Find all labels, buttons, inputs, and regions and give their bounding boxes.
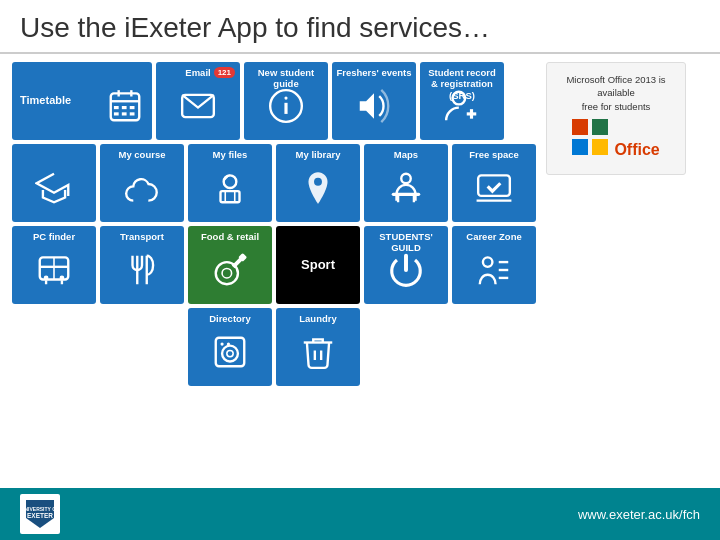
svg-point-13: [284, 97, 287, 100]
exeter-logo: UNIVERSITY OF EXETER: [20, 494, 60, 534]
tile-laundry[interactable]: Directory: [188, 308, 272, 386]
tiles-grid: Timetable Email 121: [12, 62, 536, 386]
svg-rect-49: [592, 119, 608, 135]
power-icon: [387, 251, 425, 289]
tile-my-library[interactable]: My files: [188, 144, 272, 222]
tile-bin-days-label: Laundry: [280, 313, 356, 324]
svg-text:EXETER: EXETER: [27, 512, 53, 519]
svg-point-30: [60, 276, 65, 281]
info-icon: [267, 87, 305, 125]
svg-rect-50: [572, 139, 588, 155]
office-text: Office: [614, 141, 659, 158]
tile-laundry-label: Directory: [192, 313, 268, 324]
row-3: PC finder Transport: [12, 226, 536, 304]
tile-my-course[interactable]: [12, 144, 96, 222]
row-2: My course My files My library: [12, 144, 536, 222]
svg-rect-24: [478, 175, 510, 196]
svg-point-46: [221, 343, 224, 346]
sidebar: Microsoft Office 2013 is available free …: [546, 62, 686, 386]
reader-icon: [211, 169, 249, 207]
svg-point-45: [227, 350, 233, 356]
main-content: Timetable Email 121: [0, 62, 720, 386]
tile-transport-label: PC finder: [16, 231, 92, 242]
office-logo-svg: [572, 119, 608, 155]
tile-free-space-label: Maps: [368, 149, 444, 160]
tile-student-record-label: Student record & registration (SRS): [424, 67, 500, 101]
svg-point-20: [401, 174, 411, 184]
email-badge: 121: [214, 67, 235, 78]
tile-sport-label: Food & retail: [192, 231, 268, 242]
row-4: Directory Laundry: [188, 308, 536, 386]
footer-url: www.exeter.ac.uk/fch: [578, 507, 700, 522]
svg-rect-6: [130, 106, 135, 109]
tile-new-student-guide-label: New student guide: [248, 67, 324, 90]
tile-food-retail[interactable]: Transport: [100, 226, 184, 304]
tile-bin-days[interactable]: Laundry: [276, 308, 360, 386]
tile-maps[interactable]: My library: [276, 144, 360, 222]
svg-rect-51: [592, 139, 608, 155]
tile-maps-label: My library: [280, 149, 356, 160]
tile-directory[interactable]: Career Zone: [452, 226, 536, 304]
ms-office-box: Microsoft Office 2013 is available free …: [546, 62, 686, 175]
svg-rect-4: [114, 106, 119, 109]
tennis-icon: [211, 251, 249, 289]
svg-rect-9: [130, 112, 135, 115]
tile-students-guild-label: Sport: [301, 257, 335, 273]
tile-my-library-label: My files: [192, 149, 268, 160]
svg-rect-8: [122, 112, 127, 115]
svg-rect-21: [392, 193, 421, 196]
svg-point-47: [227, 343, 230, 346]
exeter-shield-icon: UNIVERSITY OF EXETER: [21, 495, 59, 533]
svg-rect-18: [221, 191, 240, 202]
tile-sport[interactable]: Food & retail: [188, 226, 272, 304]
page-title: Use the iExeter App to find services…: [0, 0, 720, 54]
laptop-check-icon: [475, 169, 513, 207]
tile-my-files[interactable]: My course: [100, 144, 184, 222]
svg-rect-48: [572, 119, 588, 135]
cloud-icon: [123, 169, 161, 207]
tile-food-retail-label: Transport: [104, 231, 180, 242]
tile-career-zone-label: STUDENTS' GUILD: [368, 231, 444, 254]
washer-icon: [211, 333, 249, 371]
tile-email[interactable]: Email 121: [156, 62, 240, 140]
tile-directory-label: Career Zone: [456, 231, 532, 242]
tile-timetable-label: Timetable: [20, 94, 71, 107]
trash-icon: [299, 333, 337, 371]
ms-office-text-line2: free for students: [582, 101, 651, 112]
bus-icon: [35, 251, 73, 289]
desk-icon: [387, 169, 425, 207]
svg-point-39: [483, 257, 493, 267]
tile-my-files-label: My course: [104, 149, 180, 160]
megaphone-icon: [355, 87, 393, 125]
tile-free-space[interactable]: Maps: [364, 144, 448, 222]
graduation-icon: [35, 169, 73, 207]
row-1: Timetable Email 121: [12, 62, 536, 140]
svg-rect-7: [114, 112, 119, 115]
calendar-icon: [106, 87, 144, 125]
office-logo: Office: [557, 119, 675, 164]
svg-point-19: [314, 178, 322, 186]
footer-bar: UNIVERSITY OF EXETER www.exeter.ac.uk/fc…: [0, 488, 720, 540]
tile-students-guild[interactable]: Sport: [276, 226, 360, 304]
tile-pc-finder-label: Free space: [456, 149, 532, 160]
svg-rect-5: [122, 106, 127, 109]
fork-knife-icon: [123, 251, 161, 289]
tile-freshers-events-label: Freshers' events: [336, 67, 412, 78]
map-pin-icon: [299, 169, 337, 207]
svg-point-36: [222, 268, 232, 278]
svg-point-44: [222, 346, 238, 362]
tile-transport[interactable]: PC finder: [12, 226, 96, 304]
exeter-logo-icon: UNIVERSITY OF EXETER: [20, 494, 60, 534]
tile-pc-finder[interactable]: Free space: [452, 144, 536, 222]
tile-timetable[interactable]: Timetable: [12, 62, 152, 140]
tile-freshers-events[interactable]: Freshers' events: [332, 62, 416, 140]
tile-student-record[interactable]: Student record & registration (SRS): [420, 62, 504, 140]
tile-new-student-guide[interactable]: New student guide: [244, 62, 328, 140]
tile-career-zone[interactable]: STUDENTS' GUILD: [364, 226, 448, 304]
svg-point-29: [44, 276, 49, 281]
email-icon: [179, 87, 217, 125]
person-list-icon: [475, 251, 513, 289]
ms-office-text-line1: Microsoft Office 2013 is available: [566, 74, 665, 98]
